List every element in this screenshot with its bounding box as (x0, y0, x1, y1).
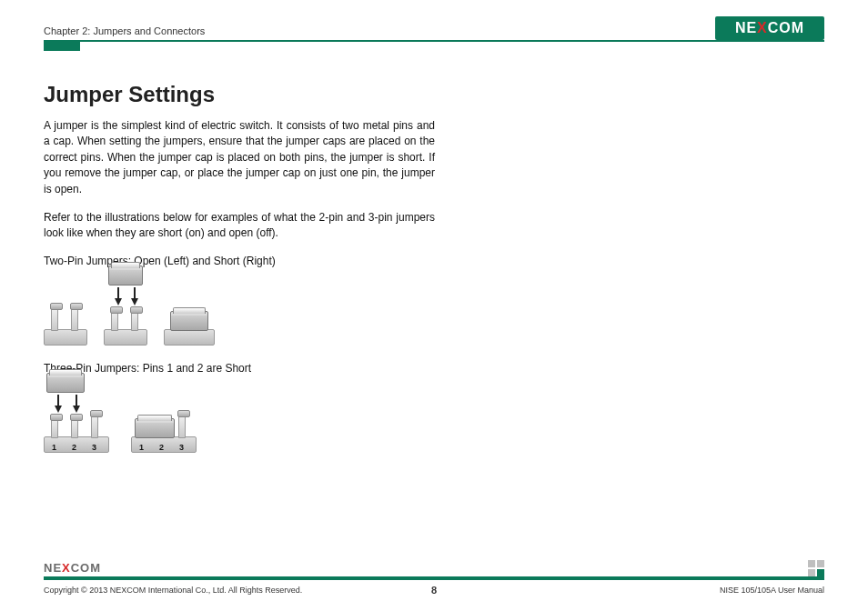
three-pin-short-unit: 1 2 3 (131, 398, 202, 453)
jumper-pin-icon (71, 418, 78, 438)
jumper-base-icon (164, 329, 215, 346)
page-number: 8 (431, 585, 437, 596)
footer-logo-x-icon: X (62, 561, 71, 575)
pin-label: 3 (92, 443, 96, 452)
copyright-text: Copyright © 2013 NEXCOM International Co… (44, 586, 302, 595)
header-rule (44, 40, 824, 42)
nexcom-logo: NEXCOM (715, 16, 824, 40)
jumper-pin-icon (91, 415, 98, 438)
jumper-cap-icon (170, 311, 208, 331)
pin-label: 3 (179, 443, 184, 452)
three-pin-row: 1 2 3 1 2 3 (44, 380, 435, 453)
logo-x-icon: X (757, 20, 768, 36)
footer-logo-post: COM (71, 561, 101, 575)
two-pin-open-unit (44, 291, 87, 346)
jumper-pin-icon (178, 415, 186, 438)
footer-squares-icon (808, 560, 824, 576)
two-pin-short-unit (164, 291, 215, 346)
main-content: Jumper Settings A jumper is the simplest… (44, 82, 435, 469)
square-icon (808, 560, 815, 567)
arrow-down-icon (115, 298, 122, 306)
two-pin-figure (44, 273, 435, 346)
page-title: Jumper Settings (44, 82, 435, 107)
header-tab (44, 42, 80, 51)
jumper-cap-icon (135, 418, 175, 438)
manual-name: NISE 105/105A User Manual (720, 586, 824, 595)
logo-post: COM (768, 20, 804, 35)
two-pin-cap-hover-unit (104, 273, 147, 346)
jumper-pin-icon (131, 311, 138, 331)
jumper-pin-icon (51, 418, 58, 438)
three-pin-caption: Three-Pin Jumpers: Pins 1 and 2 are Shor… (44, 362, 435, 375)
chapter-label: Chapter 2: Jumpers and Connectors (44, 25, 205, 40)
pin-label: 1 (139, 443, 144, 452)
arrow-down-icon (73, 406, 80, 413)
two-pin-row (44, 273, 435, 346)
intro-paragraph-1: A jumper is the simplest kind of electri… (44, 118, 435, 197)
pin-label: 2 (159, 443, 164, 452)
jumper-pin-icon (71, 307, 78, 331)
square-icon (808, 569, 815, 576)
square-icon (817, 569, 824, 576)
square-icon (817, 560, 824, 567)
footer-rule (44, 576, 824, 580)
three-pin-hover-unit: 1 2 3 (44, 380, 115, 453)
footer-logo-pre: NE (44, 561, 62, 575)
jumper-cap-icon (46, 373, 85, 393)
pin-label: 1 (52, 443, 56, 452)
arrow-down-icon (131, 298, 138, 306)
three-pin-figure: 1 2 3 1 2 3 (44, 380, 435, 453)
page-header: Chapter 2: Jumpers and Connectors NEXCOM (44, 13, 824, 40)
jumper-pin-icon (51, 307, 58, 331)
two-pin-caption: Two-Pin Jumpers: Open (Left) and Short (… (44, 255, 435, 267)
footer-nexcom-logo: NEXCOM (44, 561, 101, 575)
jumper-base-icon (44, 329, 87, 346)
jumper-base-icon (104, 329, 147, 346)
jumper-cap-icon (108, 265, 143, 285)
intro-paragraph-2: Refer to the illustrations below for exa… (44, 210, 435, 242)
jumper-pin-icon (111, 311, 118, 331)
arrow-down-icon (55, 406, 62, 413)
pin-label: 2 (72, 443, 76, 452)
footer-bar: Copyright © 2013 NEXCOM International Co… (44, 586, 824, 595)
logo-pre: NE (735, 20, 757, 35)
logo-text: NEXCOM (735, 20, 804, 36)
